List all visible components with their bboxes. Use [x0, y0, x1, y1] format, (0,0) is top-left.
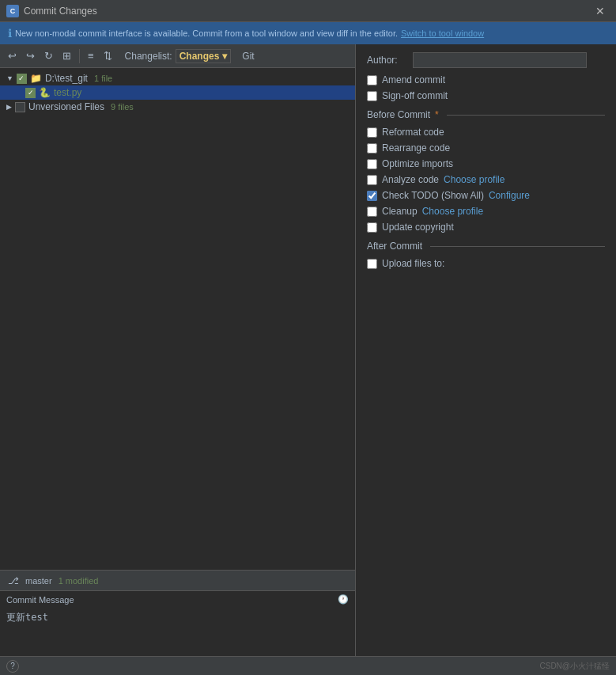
- bottom-bar: ? CSDN@小火汁猛怪: [0, 656, 616, 675]
- amend-commit-row: Amend commit: [367, 74, 605, 85]
- main-container: ↩ ↪ ↻ ⊞ ≡ ⇅ Changelist: Changes ▾ Git ▼ …: [0, 44, 616, 673]
- file-tree: ▼ ✓ 📁 D:\test_git 1 file ✓ 🐍 test.py ▶ U…: [0, 68, 355, 570]
- check-todo-checkbox[interactable]: [367, 191, 377, 201]
- history-icon[interactable]: 🕐: [338, 594, 349, 605]
- analyze-code-row: Analyze code Choose profile: [367, 174, 605, 185]
- author-input[interactable]: [413, 52, 587, 68]
- optimize-imports-row: Optimize imports: [367, 158, 605, 169]
- author-label: Author:: [367, 55, 406, 66]
- file-icon: 🐍: [39, 87, 51, 98]
- changelist-label: Changelist:: [125, 51, 172, 62]
- redo-button[interactable]: ↪: [23, 48, 38, 63]
- bottom-status: ⎇ master 1 modified: [0, 570, 355, 590]
- optimize-imports-checkbox[interactable]: [367, 159, 377, 169]
- sign-off-label: Sign-off commit: [382, 90, 448, 101]
- file-checkbox-testpy[interactable]: ✓: [25, 88, 36, 98]
- upload-files-label: Upload files to:: [382, 258, 444, 269]
- update-copyright-checkbox[interactable]: [367, 222, 377, 233]
- author-row: Author:: [367, 52, 605, 68]
- file-name-testpy: test.py: [54, 87, 81, 98]
- group-button[interactable]: ⊞: [59, 48, 74, 63]
- folder-count-root: 1 file: [94, 74, 112, 83]
- toolbar-separator: [79, 49, 80, 63]
- analyze-code-label: Analyze code: [382, 174, 439, 185]
- reformat-code-checkbox[interactable]: [367, 127, 377, 138]
- rearrange-code-checkbox[interactable]: [367, 143, 377, 154]
- switch-to-tool-window-link[interactable]: Switch to tool window: [401, 28, 484, 38]
- reformat-code-row: Reformat code: [367, 127, 605, 138]
- branch-icon: ⎇: [8, 575, 19, 586]
- configure-link[interactable]: Configure: [489, 190, 530, 201]
- folder-checkbox-root[interactable]: ✓: [17, 74, 27, 84]
- after-commit-title: After Commit: [367, 241, 605, 252]
- update-copyright-label: Update copyright: [382, 222, 454, 233]
- tree-folder-unversioned[interactable]: ▶ Unversioned Files 9 files: [0, 100, 355, 114]
- undo-button[interactable]: ↩: [5, 48, 20, 63]
- folder-checkbox-unversioned[interactable]: [15, 102, 25, 112]
- commit-message-header: Commit Message 🕐: [0, 591, 355, 608]
- right-panel: Author: Amend commit Sign-off commit Bef…: [356, 44, 616, 673]
- sign-off-row: Sign-off commit: [367, 90, 605, 101]
- watermark: CSDN@小火汁猛怪: [540, 661, 610, 672]
- before-commit-title: Before Commit *: [367, 109, 605, 120]
- folder-name-root: D:\test_git: [45, 73, 88, 84]
- chevron-down-icon: ▼: [6, 74, 13, 82]
- tree-folder-root[interactable]: ▼ ✓ 📁 D:\test_git 1 file: [0, 71, 355, 85]
- git-tab[interactable]: Git: [242, 51, 254, 62]
- cleanup-row: Cleanup Choose profile: [367, 206, 605, 217]
- folder-count-unversioned: 9 files: [111, 102, 134, 112]
- tree-file-testpy[interactable]: ✓ 🐍 test.py: [0, 85, 355, 100]
- chevron-right-icon: ▶: [6, 103, 12, 111]
- info-message: New non-modal commit interface is availa…: [15, 28, 398, 38]
- expand-all-button[interactable]: ≡: [85, 48, 97, 63]
- changelist-arrow-icon: ▾: [222, 51, 227, 62]
- upload-files-checkbox[interactable]: [367, 259, 377, 269]
- folder-name-unversioned: Unversioned Files: [28, 101, 104, 112]
- amend-commit-checkbox[interactable]: [367, 75, 377, 85]
- cleanup-checkbox[interactable]: [367, 207, 377, 217]
- commit-message-label: Commit Message: [6, 595, 74, 605]
- rearrange-code-row: Rearrange code: [367, 142, 605, 154]
- cleanup-label: Cleanup: [382, 206, 418, 217]
- amend-commit-label: Amend commit: [382, 74, 445, 85]
- changelist-dropdown[interactable]: Changes ▾: [176, 49, 232, 63]
- collapse-all-button[interactable]: ⇅: [100, 48, 115, 63]
- check-todo-row: Check TODO (Show All) Configure: [367, 190, 605, 201]
- files-toolbar: ↩ ↪ ↻ ⊞ ≡ ⇅ Changelist: Changes ▾ Git: [0, 44, 355, 68]
- app-icon: C: [6, 5, 19, 17]
- window-title: Commit Changes: [24, 6, 591, 17]
- reformat-code-label: Reformat code: [382, 127, 444, 138]
- rearrange-code-label: Rearrange code: [382, 142, 450, 154]
- info-bar: ℹ New non-modal commit interface is avai…: [0, 22, 616, 44]
- sign-off-checkbox[interactable]: [367, 91, 377, 101]
- update-copyright-row: Update copyright: [367, 222, 605, 233]
- info-icon: ℹ: [8, 27, 12, 40]
- modified-badge[interactable]: 1 modified: [59, 576, 99, 586]
- title-bar: C Commit Changes ✕: [0, 0, 616, 22]
- close-button[interactable]: ✕: [591, 3, 610, 19]
- refresh-button[interactable]: ↻: [41, 48, 56, 63]
- optimize-imports-label: Optimize imports: [382, 158, 453, 169]
- folder-icon: 📁: [30, 73, 42, 84]
- analyze-code-checkbox[interactable]: [367, 175, 377, 185]
- left-panel: ↩ ↪ ↻ ⊞ ≡ ⇅ Changelist: Changes ▾ Git ▼ …: [0, 44, 356, 673]
- required-indicator: *: [435, 109, 439, 120]
- upload-files-row: Upload files to:: [367, 258, 605, 269]
- help-button[interactable]: ?: [6, 660, 19, 673]
- choose-profile-cleanup-link[interactable]: Choose profile: [422, 206, 483, 217]
- changelist-value: Changes: [180, 51, 220, 62]
- branch-name: master: [25, 576, 52, 586]
- check-todo-label: Check TODO (Show All): [382, 190, 484, 201]
- choose-profile-analyze-link[interactable]: Choose profile: [444, 174, 505, 185]
